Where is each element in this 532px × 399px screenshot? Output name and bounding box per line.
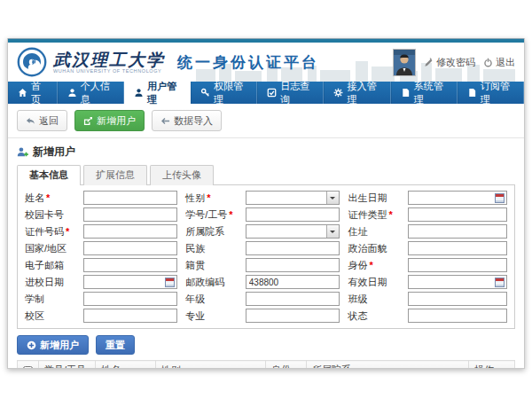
nav-item-5[interactable]: 接入管理 [324, 82, 390, 104]
reset-button-label: 重置 [106, 339, 125, 352]
nav-item-2[interactable]: 用户管理 [124, 82, 191, 104]
field-input-2[interactable] [408, 191, 507, 205]
change-password-label: 修改密码 [436, 56, 475, 69]
add-user-toolbar-button[interactable]: 新增用户 [74, 110, 145, 131]
logout-label: 退出 [496, 56, 515, 69]
field-input-21[interactable] [83, 309, 177, 323]
submit-add-user-button[interactable]: 新增用户 [17, 335, 89, 355]
field-control [246, 309, 340, 323]
field-input-14[interactable] [408, 258, 507, 272]
field-input-6[interactable] [83, 224, 177, 239]
logout-link[interactable]: 退出 [483, 56, 515, 69]
field-label: 年级 [185, 293, 237, 306]
field-input-0[interactable] [83, 191, 177, 205]
reset-button[interactable]: 重置 [96, 335, 135, 355]
doc-icon [467, 88, 477, 98]
section-header: 新增用户 [8, 138, 524, 163]
field-label: 民族 [185, 242, 237, 255]
change-password-link[interactable]: 修改密码 [424, 56, 475, 69]
field-input-15[interactable] [83, 275, 177, 289]
field-input-17[interactable] [408, 275, 507, 289]
field-input-8[interactable] [408, 224, 507, 239]
header-right: 修改密码 退出 [393, 49, 515, 76]
pencil-icon [424, 58, 434, 67]
header: 武汉理工大学 WUHAN UNIVERSITY OF TECHNOLOGY 统一… [8, 43, 524, 82]
avatar[interactable] [393, 49, 416, 76]
required-star: * [46, 192, 50, 203]
data-import-label: 数据导入 [174, 114, 213, 128]
dropdown-arrow-icon[interactable] [326, 225, 339, 238]
table-header-5: 操作 [469, 361, 515, 370]
nav-item-label: 用户管理 [147, 80, 180, 106]
required-star: * [369, 260, 372, 270]
field-label: 国家/地区 [25, 242, 74, 255]
field-input-13[interactable] [246, 258, 340, 272]
field-input-18[interactable] [83, 292, 177, 306]
field-control [83, 292, 177, 306]
dropdown-arrow-icon[interactable] [326, 192, 339, 204]
required-star: * [207, 192, 210, 203]
field-control [408, 258, 507, 272]
table-header-2: 性别 [156, 361, 266, 370]
nav-item-label: 首页 [31, 80, 47, 106]
nav-item-0[interactable]: 首页 [8, 82, 58, 104]
table-header-0: 学号/工号 [39, 361, 96, 370]
field-input-4[interactable] [246, 207, 340, 222]
field-input-22[interactable] [246, 309, 340, 323]
user-list-table: 学号/工号姓名性别身份所属院系操作 [17, 360, 515, 369]
plus-circle-icon [27, 340, 36, 350]
field-control [83, 224, 177, 239]
field-input-20[interactable] [408, 292, 507, 306]
field-control [246, 224, 340, 239]
field-input-12[interactable] [83, 258, 177, 272]
tab-upload-photo[interactable]: 上传头像 [150, 165, 214, 185]
nav-item-7[interactable]: 订阅管理 [458, 82, 524, 104]
nav-item-3[interactable]: 权限管理 [191, 82, 257, 104]
field-input-11[interactable] [408, 241, 507, 255]
calendar-icon[interactable] [495, 193, 505, 203]
nav-item-1[interactable]: 个人信息 [58, 82, 124, 104]
university-name-en: WUHAN UNIVERSITY OF TECHNOLOGY [53, 68, 165, 74]
required-star: * [66, 226, 69, 237]
field-label: 有效日期 [348, 276, 399, 289]
field-control [408, 191, 507, 205]
field-label: 姓名* [25, 192, 74, 205]
field-label: 电子邮箱 [25, 259, 74, 272]
nav-item-6[interactable]: 系统管理 [391, 82, 458, 104]
home-icon [18, 88, 27, 98]
data-import-button[interactable]: 数据导入 [152, 110, 222, 131]
tab-bar: 基本信息 扩展信息 上传头像 [17, 165, 515, 185]
field-input-5[interactable] [408, 207, 507, 222]
calendar-icon[interactable] [165, 278, 175, 287]
tab-basic-info[interactable]: 基本信息 [17, 165, 81, 185]
table-header-row: 学号/工号姓名性别身份所属院系操作 [18, 361, 515, 370]
users-icon [134, 88, 144, 98]
university-name: 武汉理工大学 [53, 51, 165, 68]
field-control [83, 191, 177, 205]
tab-extended-info[interactable]: 扩展信息 [83, 165, 147, 185]
field-label: 学号/工号* [185, 208, 237, 222]
import-arrow-icon [160, 116, 170, 126]
field-input-23[interactable] [408, 309, 507, 323]
add-user-toolbar-label: 新增用户 [97, 114, 136, 128]
select-all-checkbox[interactable] [23, 366, 33, 369]
field-input-10[interactable] [246, 241, 340, 255]
calendar-icon[interactable] [495, 278, 505, 287]
table-header-4: 所属院系 [307, 361, 469, 370]
field-control [408, 224, 507, 239]
field-control [83, 207, 177, 222]
back-button[interactable]: 返回 [17, 110, 67, 131]
nav-item-4[interactable]: 日志查询 [257, 82, 324, 104]
field-label: 校区 [25, 309, 74, 323]
university-logo-icon [17, 47, 47, 77]
key-icon [200, 88, 210, 98]
field-input-19[interactable] [246, 292, 340, 306]
field-input-16[interactable] [246, 275, 340, 289]
new-window-icon [83, 116, 93, 126]
field-label: 班级 [348, 293, 399, 306]
field-label: 政治面貌 [348, 242, 399, 255]
gear-icon [333, 88, 343, 98]
field-control [246, 258, 340, 272]
field-input-3[interactable] [83, 207, 177, 222]
field-input-9[interactable] [83, 241, 177, 255]
